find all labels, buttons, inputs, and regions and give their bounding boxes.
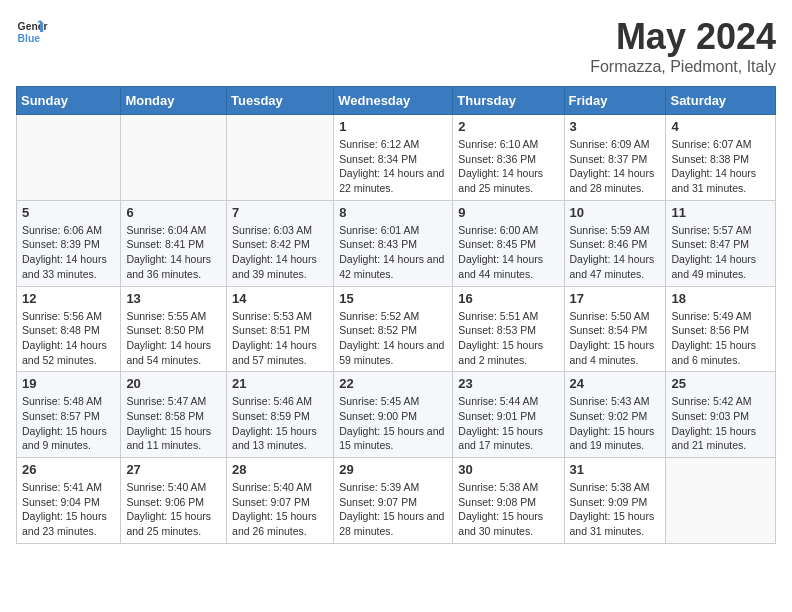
calendar-cell: 5 Sunrise: 6:06 AMSunset: 8:39 PMDayligh…	[17, 200, 121, 286]
day-info: Sunrise: 6:00 AMSunset: 8:45 PMDaylight:…	[458, 223, 558, 282]
day-number: 29	[339, 462, 447, 477]
header-friday: Friday	[564, 87, 666, 115]
calendar-cell: 16 Sunrise: 5:51 AMSunset: 8:53 PMDaylig…	[453, 286, 564, 372]
calendar-week-5: 26 Sunrise: 5:41 AMSunset: 9:04 PMDaylig…	[17, 458, 776, 544]
calendar-cell: 24 Sunrise: 5:43 AMSunset: 9:02 PMDaylig…	[564, 372, 666, 458]
header-row: Sunday Monday Tuesday Wednesday Thursday…	[17, 87, 776, 115]
day-number: 22	[339, 376, 447, 391]
day-info: Sunrise: 5:38 AMSunset: 9:08 PMDaylight:…	[458, 480, 558, 539]
day-number: 1	[339, 119, 447, 134]
day-number: 18	[671, 291, 770, 306]
day-info: Sunrise: 5:51 AMSunset: 8:53 PMDaylight:…	[458, 309, 558, 368]
day-info: Sunrise: 6:01 AMSunset: 8:43 PMDaylight:…	[339, 223, 447, 282]
calendar-cell: 19 Sunrise: 5:48 AMSunset: 8:57 PMDaylig…	[17, 372, 121, 458]
day-info: Sunrise: 5:50 AMSunset: 8:54 PMDaylight:…	[570, 309, 661, 368]
calendar-cell: 20 Sunrise: 5:47 AMSunset: 8:58 PMDaylig…	[121, 372, 227, 458]
day-info: Sunrise: 5:49 AMSunset: 8:56 PMDaylight:…	[671, 309, 770, 368]
day-info: Sunrise: 5:41 AMSunset: 9:04 PMDaylight:…	[22, 480, 115, 539]
calendar-cell: 27 Sunrise: 5:40 AMSunset: 9:06 PMDaylig…	[121, 458, 227, 544]
header-monday: Monday	[121, 87, 227, 115]
calendar-subtitle: Formazza, Piedmont, Italy	[590, 58, 776, 76]
day-info: Sunrise: 5:46 AMSunset: 8:59 PMDaylight:…	[232, 394, 328, 453]
day-info: Sunrise: 6:07 AMSunset: 8:38 PMDaylight:…	[671, 137, 770, 196]
day-number: 28	[232, 462, 328, 477]
day-number: 19	[22, 376, 115, 391]
logo: General Blue	[16, 16, 48, 48]
header-sunday: Sunday	[17, 87, 121, 115]
calendar-week-1: 1 Sunrise: 6:12 AMSunset: 8:34 PMDayligh…	[17, 115, 776, 201]
day-info: Sunrise: 5:39 AMSunset: 9:07 PMDaylight:…	[339, 480, 447, 539]
day-info: Sunrise: 5:40 AMSunset: 9:06 PMDaylight:…	[126, 480, 221, 539]
day-info: Sunrise: 6:09 AMSunset: 8:37 PMDaylight:…	[570, 137, 661, 196]
day-number: 26	[22, 462, 115, 477]
day-info: Sunrise: 5:53 AMSunset: 8:51 PMDaylight:…	[232, 309, 328, 368]
day-info: Sunrise: 6:03 AMSunset: 8:42 PMDaylight:…	[232, 223, 328, 282]
day-number: 8	[339, 205, 447, 220]
day-info: Sunrise: 5:40 AMSunset: 9:07 PMDaylight:…	[232, 480, 328, 539]
header-thursday: Thursday	[453, 87, 564, 115]
calendar-table: Sunday Monday Tuesday Wednesday Thursday…	[16, 86, 776, 544]
day-info: Sunrise: 6:12 AMSunset: 8:34 PMDaylight:…	[339, 137, 447, 196]
day-number: 17	[570, 291, 661, 306]
page-header: General Blue May 2024 Formazza, Piedmont…	[16, 16, 776, 76]
calendar-cell: 28 Sunrise: 5:40 AMSunset: 9:07 PMDaylig…	[227, 458, 334, 544]
day-number: 25	[671, 376, 770, 391]
calendar-cell: 4 Sunrise: 6:07 AMSunset: 8:38 PMDayligh…	[666, 115, 776, 201]
calendar-cell: 2 Sunrise: 6:10 AMSunset: 8:36 PMDayligh…	[453, 115, 564, 201]
calendar-cell: 25 Sunrise: 5:42 AMSunset: 9:03 PMDaylig…	[666, 372, 776, 458]
calendar-cell	[17, 115, 121, 201]
day-number: 6	[126, 205, 221, 220]
calendar-cell: 22 Sunrise: 5:45 AMSunset: 9:00 PMDaylig…	[334, 372, 453, 458]
day-number: 27	[126, 462, 221, 477]
day-number: 3	[570, 119, 661, 134]
day-number: 21	[232, 376, 328, 391]
calendar-cell: 26 Sunrise: 5:41 AMSunset: 9:04 PMDaylig…	[17, 458, 121, 544]
calendar-cell: 30 Sunrise: 5:38 AMSunset: 9:08 PMDaylig…	[453, 458, 564, 544]
calendar-cell: 14 Sunrise: 5:53 AMSunset: 8:51 PMDaylig…	[227, 286, 334, 372]
day-number: 20	[126, 376, 221, 391]
calendar-cell: 11 Sunrise: 5:57 AMSunset: 8:47 PMDaylig…	[666, 200, 776, 286]
day-info: Sunrise: 5:42 AMSunset: 9:03 PMDaylight:…	[671, 394, 770, 453]
day-info: Sunrise: 5:44 AMSunset: 9:01 PMDaylight:…	[458, 394, 558, 453]
day-info: Sunrise: 5:57 AMSunset: 8:47 PMDaylight:…	[671, 223, 770, 282]
day-info: Sunrise: 5:56 AMSunset: 8:48 PMDaylight:…	[22, 309, 115, 368]
day-info: Sunrise: 5:55 AMSunset: 8:50 PMDaylight:…	[126, 309, 221, 368]
day-info: Sunrise: 6:10 AMSunset: 8:36 PMDaylight:…	[458, 137, 558, 196]
logo-icon: General Blue	[16, 16, 48, 48]
calendar-cell: 13 Sunrise: 5:55 AMSunset: 8:50 PMDaylig…	[121, 286, 227, 372]
calendar-cell: 7 Sunrise: 6:03 AMSunset: 8:42 PMDayligh…	[227, 200, 334, 286]
day-number: 24	[570, 376, 661, 391]
calendar-cell	[666, 458, 776, 544]
header-wednesday: Wednesday	[334, 87, 453, 115]
day-number: 16	[458, 291, 558, 306]
day-number: 4	[671, 119, 770, 134]
calendar-cell: 9 Sunrise: 6:00 AMSunset: 8:45 PMDayligh…	[453, 200, 564, 286]
calendar-cell: 17 Sunrise: 5:50 AMSunset: 8:54 PMDaylig…	[564, 286, 666, 372]
calendar-cell: 31 Sunrise: 5:38 AMSunset: 9:09 PMDaylig…	[564, 458, 666, 544]
calendar-cell: 15 Sunrise: 5:52 AMSunset: 8:52 PMDaylig…	[334, 286, 453, 372]
day-number: 12	[22, 291, 115, 306]
calendar-cell	[121, 115, 227, 201]
day-number: 2	[458, 119, 558, 134]
svg-text:General: General	[18, 21, 48, 32]
day-number: 31	[570, 462, 661, 477]
day-info: Sunrise: 5:45 AMSunset: 9:00 PMDaylight:…	[339, 394, 447, 453]
day-info: Sunrise: 5:43 AMSunset: 9:02 PMDaylight:…	[570, 394, 661, 453]
calendar-cell: 10 Sunrise: 5:59 AMSunset: 8:46 PMDaylig…	[564, 200, 666, 286]
calendar-cell: 23 Sunrise: 5:44 AMSunset: 9:01 PMDaylig…	[453, 372, 564, 458]
title-area: May 2024 Formazza, Piedmont, Italy	[590, 16, 776, 76]
calendar-title: May 2024	[590, 16, 776, 58]
day-number: 11	[671, 205, 770, 220]
calendar-cell: 12 Sunrise: 5:56 AMSunset: 8:48 PMDaylig…	[17, 286, 121, 372]
calendar-cell	[227, 115, 334, 201]
day-number: 9	[458, 205, 558, 220]
calendar-cell: 6 Sunrise: 6:04 AMSunset: 8:41 PMDayligh…	[121, 200, 227, 286]
day-info: Sunrise: 5:48 AMSunset: 8:57 PMDaylight:…	[22, 394, 115, 453]
day-info: Sunrise: 6:06 AMSunset: 8:39 PMDaylight:…	[22, 223, 115, 282]
calendar-cell: 18 Sunrise: 5:49 AMSunset: 8:56 PMDaylig…	[666, 286, 776, 372]
header-saturday: Saturday	[666, 87, 776, 115]
day-number: 15	[339, 291, 447, 306]
day-info: Sunrise: 6:04 AMSunset: 8:41 PMDaylight:…	[126, 223, 221, 282]
day-info: Sunrise: 5:52 AMSunset: 8:52 PMDaylight:…	[339, 309, 447, 368]
day-number: 7	[232, 205, 328, 220]
